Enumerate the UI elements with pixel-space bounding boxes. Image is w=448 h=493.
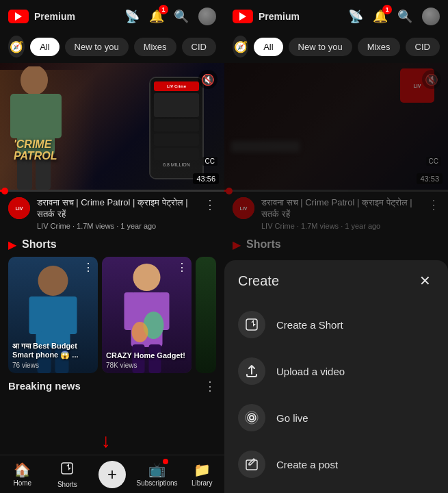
right-channel-avatar-inner: LIV: [233, 197, 254, 219]
short1-more-icon[interactable]: ⋮: [83, 261, 94, 274]
short2-views: 78K views: [106, 362, 137, 369]
right-avatar[interactable]: [422, 8, 440, 25]
video-details: डरावना सच | Crime Patrol | क्राइम पेट्रो…: [37, 197, 197, 230]
right-main-video[interactable]: LIV 🔇 CC 43:53: [224, 63, 448, 190]
short-card-2[interactable]: ⋮ CRAZY Home Gadget! 78K views: [102, 257, 192, 373]
shorts-icon: ▶: [8, 238, 16, 251]
short2-title: CRAZY Home Gadget!: [106, 351, 187, 359]
nav-shorts[interactable]: Shorts: [45, 455, 90, 493]
library-icon: 📁: [194, 462, 211, 478]
video-title: डरावना सच | Crime Patrol | क्राइम पेट्रो…: [37, 197, 197, 220]
svg-rect-23: [246, 460, 257, 470]
go-live-item[interactable]: Go live: [224, 394, 448, 441]
right-bell-badge: 1: [382, 5, 392, 14]
short2-more-icon[interactable]: ⋮: [176, 261, 187, 274]
home-label: Home: [13, 479, 31, 487]
video-duration: 43:56: [193, 173, 219, 184]
right-channel-bar: [231, 141, 300, 152]
right-shorts-header: ▶ Shorts: [224, 236, 448, 257]
add-button[interactable]: +: [98, 461, 126, 488]
modal-close-button[interactable]: ✕: [415, 271, 434, 290]
right-tab-new-to-you[interactable]: New to you: [289, 38, 352, 56]
mute-icon[interactable]: 🔇: [198, 70, 218, 89]
left-panel: Premium 📡 🔔 1 🔍 🧭 All New to you Mixes C…: [0, 0, 224, 493]
logo-area: Premium: [8, 10, 124, 23]
tab-new-to-you[interactable]: New to you: [65, 38, 129, 56]
subscriptions-icon: 📺: [148, 462, 166, 478]
bell-icon[interactable]: 🔔 1: [149, 9, 164, 24]
bell-badge: 1: [159, 5, 168, 14]
right-compass-icon[interactable]: 🧭: [233, 36, 248, 58]
phone-mockup: LIV Crime 6.8 MILLION: [149, 77, 204, 179]
svg-rect-8: [29, 296, 42, 334]
right-header: Premium 📡 🔔 1 🔍: [224, 0, 448, 33]
right-cast-icon[interactable]: 📡: [348, 9, 363, 24]
cast-icon[interactable]: 📡: [124, 9, 140, 24]
go-live-icon: [238, 404, 265, 431]
premium-label: Premium: [34, 11, 75, 22]
bottom-nav: 🏠 Home Shorts + 📺 Subscriptions: [0, 455, 224, 493]
create-short-item[interactable]: Create a Short: [224, 301, 448, 348]
right-video-info: LIV डरावना सच | Crime Patrol | क्राइम पे…: [224, 192, 448, 236]
right-premium-label: Premium: [259, 11, 300, 22]
breaking-news-title: Breaking news: [8, 380, 81, 392]
shorts-title: Shorts: [22, 238, 57, 251]
short-card-3[interactable]: [196, 257, 216, 373]
nav-library[interactable]: 📁 Library: [179, 455, 224, 493]
short-card-1[interactable]: ⋮ आ गया Best Budget Smart phone 😱 ... 76…: [8, 257, 98, 373]
short1-title: आ गया Best Budget Smart phone 😱 ...: [12, 342, 94, 359]
video-info: LIV डरावना सच | Crime Patrol | क्राइम पे…: [0, 192, 224, 236]
right-shorts-title: Shorts: [246, 238, 281, 251]
right-tab-mixes[interactable]: Mixes: [358, 38, 400, 56]
progress-bar[interactable]: [0, 190, 224, 192]
svg-point-0: [21, 66, 48, 95]
svg-point-12: [133, 264, 161, 291]
right-filter-tabs: 🧭 All New to you Mixes CID: [224, 33, 448, 63]
right-video-details: डरावना सच | Crime Patrol | क्राइम पेट्रो…: [261, 197, 421, 230]
youtube-logo: [8, 10, 29, 23]
svg-point-22: [250, 416, 254, 420]
svg-rect-14: [124, 292, 135, 330]
home-icon: 🏠: [14, 462, 31, 478]
yt-icon: [8, 10, 29, 23]
library-label: Library: [192, 479, 213, 487]
create-modal: Create ✕ Create a Short Upload a video: [224, 260, 448, 493]
right-yt-icon: [233, 10, 253, 23]
tab-mixes[interactable]: Mixes: [134, 38, 176, 56]
svg-point-19: [132, 322, 148, 342]
right-bell-icon[interactable]: 🔔 1: [373, 9, 388, 24]
crime-logo: 'CRIMEPATROL: [14, 138, 57, 162]
breaking-news-header: Breaking news ⋮: [0, 373, 224, 396]
channel-avatar[interactable]: LIV: [8, 197, 30, 219]
nav-subscriptions[interactable]: 📺 Subscriptions: [135, 455, 180, 493]
tab-all[interactable]: All: [30, 38, 59, 56]
tab-cid[interactable]: CID: [182, 38, 216, 56]
right-search-icon[interactable]: 🔍: [397, 9, 412, 24]
compass-icon[interactable]: 🧭: [8, 36, 25, 58]
add-icon: +: [107, 465, 117, 484]
breaking-news-more[interactable]: ⋮: [204, 379, 216, 394]
shorts-nav-label: Shorts: [57, 481, 77, 488]
video-bg: 'CRIMEPATROL LIV Crime 6.8 MILLION 🔇 CC …: [0, 63, 224, 190]
modal-title: Create: [238, 273, 279, 289]
nav-home[interactable]: 🏠 Home: [0, 455, 45, 493]
progress-dot: [1, 188, 8, 194]
upload-icon: [238, 357, 265, 385]
subscription-badge-dot: [163, 459, 168, 464]
main-video-thumbnail[interactable]: 'CRIMEPATROL LIV Crime 6.8 MILLION 🔇 CC …: [0, 63, 224, 190]
short1-views: 76 views: [12, 362, 39, 369]
filter-tabs: 🧭 All New to you Mixes CID: [0, 33, 224, 63]
nav-add[interactable]: +: [90, 455, 135, 493]
upload-video-item[interactable]: Upload a video: [224, 348, 448, 394]
avatar[interactable]: [198, 8, 216, 25]
cc-icon: CC: [202, 157, 218, 166]
more-options-icon[interactable]: ⋮: [204, 197, 216, 212]
search-icon[interactable]: 🔍: [174, 9, 189, 24]
right-cc-icon: CC: [426, 157, 441, 166]
right-tab-all[interactable]: All: [254, 38, 282, 56]
svg-point-6: [38, 266, 68, 296]
right-tab-cid[interactable]: CID: [406, 38, 440, 56]
right-shorts-icon: ▶: [233, 238, 241, 251]
create-post-item[interactable]: Create a post: [224, 441, 448, 488]
right-header-icons: 📡 🔔 1 🔍: [348, 8, 440, 25]
